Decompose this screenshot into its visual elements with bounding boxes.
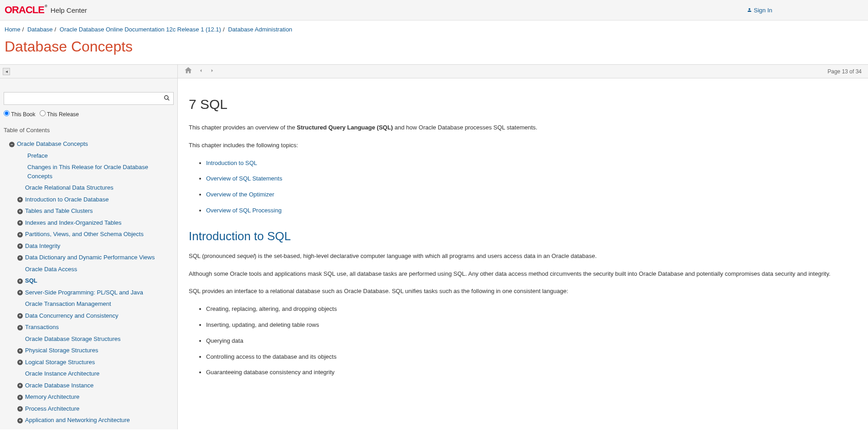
plus-icon[interactable]: + [17,383,23,388]
signin-label: Sign In [754,7,772,14]
plus-icon[interactable]: + [17,360,23,365]
plus-icon[interactable]: + [17,418,23,423]
plus-icon[interactable]: + [17,278,23,284]
p4: Although some Oracle tools and applicati… [189,269,851,279]
plus-icon[interactable]: + [17,406,23,412]
radio-this-book[interactable]: This Book [4,111,35,118]
search-box [4,92,174,105]
p5: SQL provides an interface to a relationa… [189,287,851,296]
toc-partitions[interactable]: Partitions, Views, and Other Schema Obje… [25,231,144,237]
toc-access[interactable]: Oracle Data Access [25,266,77,273]
collapse-sidebar-button[interactable]: ◂ [3,68,10,75]
svg-line-1 [168,99,170,101]
intro-p2: This chapter includes the following topi… [189,141,851,150]
toc-preface[interactable]: Preface [27,152,48,159]
link-sql-statements[interactable]: Overview of SQL Statements [206,175,282,182]
prev-page-icon[interactable] [199,67,203,76]
intro-p1: This chapter provides an overview of the… [189,123,851,133]
toc-transactions[interactable]: Transactions [25,324,59,330]
plus-icon[interactable]: + [17,325,23,330]
task-item: Querying data [206,336,851,346]
task-item: Guaranteeing database consistency and in… [206,368,851,377]
plus-icon[interactable]: + [17,209,23,214]
toc-tables[interactable]: Tables and Table Clusters [25,207,93,214]
toc-relational[interactable]: Oracle Relational Data Structures [25,184,114,191]
toc-indexes[interactable]: Indexes and Index-Organized Tables [25,219,122,226]
plus-icon[interactable]: + [17,290,23,295]
toc-instance-arch[interactable]: Oracle Instance Architecture [25,370,99,377]
plus-icon[interactable]: + [17,243,23,249]
plus-icon[interactable]: + [17,255,23,261]
next-page-icon[interactable] [210,67,214,76]
toc-title: Table of Contents [0,124,177,138]
task-item: Creating, replacing, altering, and dropp… [206,304,851,314]
search-input[interactable] [4,92,174,105]
breadcrumb: Home/ Database/ Oracle Database Online D… [0,21,868,36]
top-bar: ORACLE® Help Center Sign In [0,0,868,21]
link-sql-processing[interactable]: Overview of SQL Processing [206,207,282,214]
user-icon [747,7,752,13]
task-list: Creating, replacing, altering, and dropp… [206,304,851,377]
plus-icon[interactable]: + [17,395,23,400]
toc-storage[interactable]: Oracle Database Storage Structures [25,335,121,342]
content-toolbar: Page 13 of 34 [178,65,868,78]
toc-process[interactable]: Process Architecture [25,405,79,412]
article: 7 SQL This chapter provides an overview … [178,78,862,405]
toc-intro[interactable]: Introduction to Oracle Database [25,196,109,203]
breadcrumb-release[interactable]: Oracle Database Online Documentation 12c… [60,26,221,33]
link-optimizer[interactable]: Overview of the Optimizer [206,191,274,198]
breadcrumb-admin[interactable]: Database Administration [228,26,292,33]
toc-db-instance[interactable]: Oracle Database Instance [25,382,93,389]
task-item: Inserting, updating, and deleting table … [206,320,851,330]
section-h2: Introduction to SQL [189,229,851,243]
toc: −Oracle Database Concepts Preface Change… [0,138,177,426]
toc-serverside[interactable]: Server-Side Programming: PL/SQL and Java [25,289,143,296]
toc-appnet[interactable]: Application and Networking Architecture [25,417,130,423]
toc-sql[interactable]: SQL [25,277,37,284]
minus-icon[interactable]: − [9,142,15,147]
oracle-logo: ORACLE® [5,4,47,16]
toc-changes[interactable]: Changes in This Release for Oracle Datab… [27,164,148,180]
breadcrumb-database[interactable]: Database [27,26,53,33]
topic-links: Introduction to SQL Overview of SQL Stat… [206,159,851,216]
home-icon[interactable] [184,66,192,77]
plus-icon[interactable]: + [17,220,23,226]
plus-icon[interactable]: + [17,313,23,319]
plus-icon[interactable]: + [17,197,23,202]
help-center-label: Help Center [51,6,87,14]
toc-integrity[interactable]: Data Integrity [25,242,60,249]
signin-link[interactable]: Sign In [747,7,772,14]
toc-physical[interactable]: Physical Storage Structures [25,347,98,354]
page-indicator: Page 13 of 34 [827,68,862,75]
page-title: Database Concepts [0,36,868,64]
toc-txmgmt[interactable]: Oracle Transaction Management [25,300,111,307]
search-icon[interactable] [164,95,170,103]
toc-concurrency[interactable]: Data Concurrency and Consistency [25,312,119,319]
plus-icon[interactable]: + [17,348,23,354]
breadcrumb-home[interactable]: Home [5,26,21,33]
task-item: Controlling access to the database and i… [206,352,851,362]
toc-dictionary[interactable]: Data Dictionary and Dynamic Performance … [25,254,155,261]
radio-this-release[interactable]: This Release [40,111,79,118]
toc-logical[interactable]: Logical Storage Structures [25,359,95,366]
plus-icon[interactable]: + [17,232,23,237]
search-scope: This Book This Release [0,109,177,124]
svg-point-0 [165,96,168,99]
link-intro-sql[interactable]: Introduction to SQL [206,160,257,166]
toc-memory[interactable]: Memory Architecture [25,393,79,400]
content: Page 13 of 34 7 SQL This chapter provide… [178,65,868,429]
p3: SQL (pronounced sequel) is the set-based… [189,252,851,261]
sidebar: ◂ This Book This Release Table of Conten… [0,65,178,429]
article-h1: 7 SQL [189,97,851,112]
toc-root[interactable]: Oracle Database Concepts [17,140,88,147]
